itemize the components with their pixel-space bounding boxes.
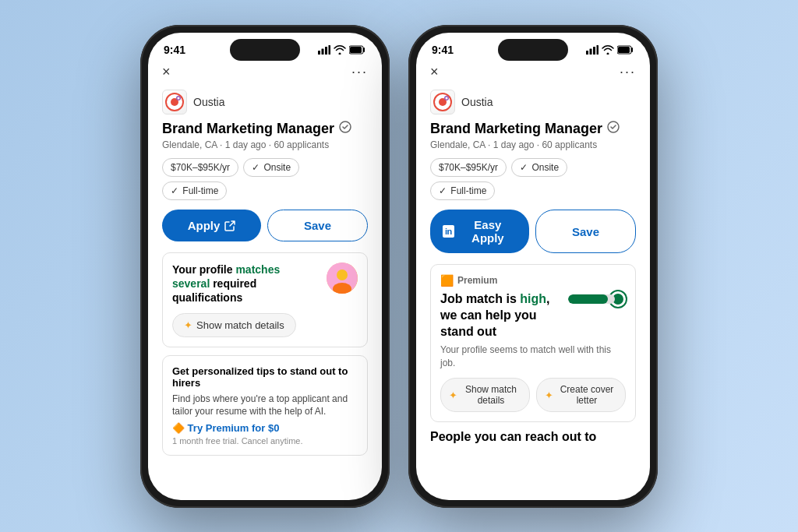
- nav-bar-right: × ···: [416, 59, 650, 86]
- btn-row-left: Apply Save: [162, 210, 368, 241]
- star-icon-left: ✦: [184, 319, 192, 331]
- signal-icon-left: [318, 45, 330, 55]
- svg-rect-0: [318, 51, 320, 55]
- svg-rect-3: [329, 45, 331, 55]
- svg-rect-19: [618, 47, 630, 53]
- linkedin-logo-icon: in: [443, 225, 454, 238]
- premium-btns-right: ✦ Show match details ✦ Create cover lett…: [440, 378, 626, 412]
- company-name-left: Oustia: [193, 96, 224, 108]
- match-gauge-right: [568, 291, 626, 307]
- phone-screen-right: 9:41: [416, 33, 650, 500]
- battery-icon-right: [617, 45, 634, 55]
- status-time-left: 9:41: [164, 44, 185, 56]
- save-button-left[interactable]: Save: [267, 210, 368, 241]
- svg-rect-5: [350, 47, 362, 53]
- premium-sub-right: Your profile seems to match well with th…: [440, 344, 626, 370]
- close-button-left[interactable]: ×: [162, 64, 171, 80]
- company-name-right: Oustia: [461, 96, 493, 108]
- content-left: Oustia Brand Marketing Manager Glendale,…: [148, 86, 382, 500]
- job-title-row-right: Brand Marketing Manager: [430, 121, 636, 138]
- avatar-left: [327, 262, 358, 294]
- avatar-image-left: [327, 262, 358, 294]
- status-icons-left: [318, 45, 366, 55]
- gauge-fill-right: [568, 294, 608, 304]
- company-row-left: Oustia: [162, 90, 368, 115]
- match-card-left: Your profile matches several required qu…: [162, 252, 368, 347]
- job-meta-right: Glendale, CA · 1 day ago · 60 applicants: [430, 139, 636, 150]
- tag-salary-left: $70K–$95K/yr: [162, 158, 238, 177]
- job-title-left: Brand Marketing Manager: [162, 121, 334, 138]
- apply-button-left[interactable]: Apply: [162, 210, 261, 241]
- more-button-left[interactable]: ···: [351, 64, 368, 80]
- close-button-right[interactable]: ×: [430, 64, 439, 80]
- wifi-icon-right: [602, 45, 614, 55]
- premium-title-right: Job match is high, we can help you stand…: [440, 291, 568, 340]
- battery-icon-left: [349, 45, 366, 55]
- save-button-right[interactable]: Save: [535, 210, 636, 253]
- cover-letter-button-right[interactable]: ✦ Create cover letter: [536, 378, 626, 412]
- screenshot-container: 9:41: [140, 25, 658, 508]
- gauge-bar-right: [568, 294, 615, 304]
- oustia-logo-left: [165, 93, 184, 111]
- wifi-icon-left: [334, 45, 346, 55]
- more-button-right[interactable]: ···: [620, 64, 636, 80]
- phone-left: 9:41: [140, 25, 390, 508]
- content-right: Oustia Brand Marketing Manager Glendale,…: [416, 86, 650, 500]
- tips-title-left: Get personalized tips to stand out to hi…: [172, 365, 358, 389]
- svg-rect-16: [593, 47, 595, 55]
- dynamic-island-left: [230, 39, 300, 61]
- svg-point-9: [178, 97, 180, 99]
- btn-row-right: in Easy Apply Save: [430, 210, 636, 253]
- phone-screen-left: 9:41: [148, 33, 382, 500]
- star-icon-cover-right: ✦: [545, 389, 553, 401]
- svg-rect-15: [590, 48, 592, 55]
- verified-icon-right: [607, 121, 620, 136]
- job-meta-left: Glendale, CA · 1 day ago · 60 applicants: [162, 139, 368, 150]
- match-text-left: Your profile matches several required qu…: [172, 262, 320, 305]
- status-time-right: 9:41: [432, 44, 454, 56]
- tag-fulltime-left: ✓ Full-time: [162, 181, 227, 200]
- premium-card-right: 🟧 Premium Job match is high, we can help…: [430, 264, 636, 422]
- match-card-inner-left: Your profile matches several required qu…: [172, 262, 358, 305]
- svg-point-23: [446, 97, 448, 99]
- tips-desc-left: Find jobs where you're a top applicant a…: [172, 393, 358, 419]
- tag-onsite-right: ✓ Onsite: [511, 158, 567, 177]
- oustia-logo-right: [433, 93, 452, 111]
- svg-point-12: [337, 270, 348, 280]
- job-title-row-left: Brand Marketing Manager: [162, 121, 368, 138]
- svg-rect-14: [586, 51, 588, 55]
- show-match-button-right[interactable]: ✦ Show match details: [440, 378, 530, 412]
- phone-right: 9:41: [408, 25, 658, 508]
- dynamic-island-right: [498, 39, 568, 61]
- status-icons-right: [586, 45, 634, 55]
- show-match-button-left[interactable]: ✦ Show match details: [172, 313, 296, 337]
- signal-icon-right: [586, 45, 598, 55]
- tag-salary-right: $70K–$95K/yr: [430, 158, 507, 177]
- job-title-right: Brand Marketing Manager: [430, 121, 602, 138]
- verified-icon-left: [339, 121, 351, 136]
- svg-rect-1: [322, 48, 324, 55]
- star-icon-match-right: ✦: [449, 389, 457, 401]
- external-link-icon: [224, 220, 235, 231]
- premium-link-left[interactable]: 🔶 Try Premium for $0: [172, 422, 358, 434]
- company-logo-right: [430, 90, 455, 115]
- nav-bar-left: × ···: [148, 59, 382, 86]
- premium-badge-right: 🟧 Premium: [440, 274, 626, 287]
- tags-row-right: $70K–$95K/yr ✓ Onsite ✓ Full-time: [430, 158, 636, 200]
- tips-card-left: Get personalized tips to stand out to hi…: [162, 355, 368, 456]
- svg-rect-2: [325, 47, 327, 55]
- easy-apply-button-right[interactable]: in Easy Apply: [430, 210, 529, 253]
- premium-match-row-right: Job match is high, we can help you stand…: [440, 291, 626, 340]
- tag-onsite-left: ✓ Onsite: [243, 158, 299, 177]
- company-logo-left: [162, 90, 187, 115]
- people-title-right: People you can reach out to: [430, 430, 636, 444]
- tag-fulltime-right: ✓ Full-time: [430, 181, 495, 200]
- tags-row-left: $70K–$95K/yr ✓ Onsite ✓ Full-time: [162, 158, 368, 200]
- tips-trial-left: 1 month free trial. Cancel anytime.: [172, 436, 358, 446]
- svg-rect-17: [597, 45, 599, 55]
- company-row-right: Oustia: [430, 90, 636, 115]
